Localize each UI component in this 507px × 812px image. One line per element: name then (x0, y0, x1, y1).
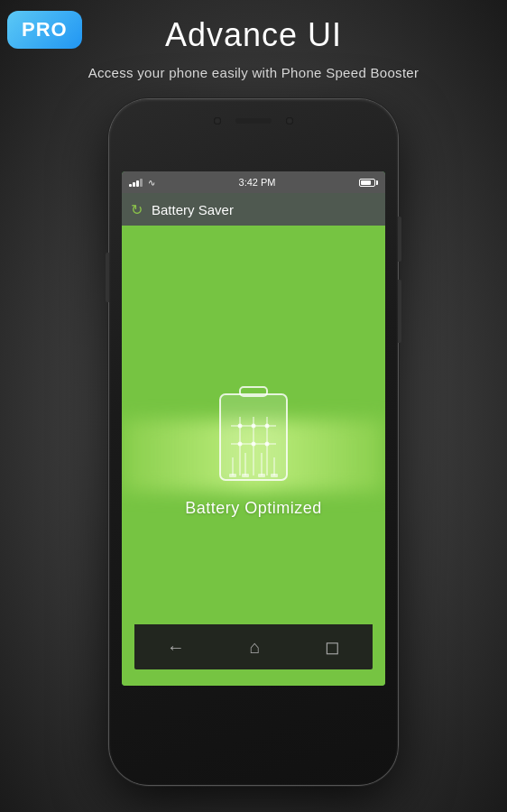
bottom-nav: ← ⌂ ◻ (134, 624, 373, 669)
pro-badge: PRO (7, 11, 82, 49)
back-icon[interactable]: ↻ (131, 201, 143, 218)
app-bar: ↻ Battery Saver (122, 193, 385, 226)
svg-point-10 (238, 441, 243, 446)
svg-rect-19 (258, 474, 265, 477)
nav-back-button[interactable]: ← (167, 637, 185, 658)
app-bar-title: Battery Saver (152, 202, 234, 217)
phone-top-bar (214, 117, 293, 125)
volume-button (398, 280, 401, 343)
battery-status-icon (359, 179, 378, 187)
battery-optimized-label: Battery Optimized (185, 499, 322, 518)
nav-home-button[interactable]: ⌂ (249, 637, 260, 658)
phone-device: ∿ 3:42 PM ↻ Battery Saver (109, 99, 398, 785)
wifi-icon: ∿ (148, 178, 155, 188)
svg-point-11 (252, 441, 256, 446)
phone-shell: ∿ 3:42 PM ↻ Battery Saver (109, 99, 398, 785)
status-bar: ∿ 3:42 PM (122, 171, 385, 193)
volume-left-button (106, 253, 109, 302)
status-left: ∿ (129, 178, 155, 188)
sensor-dot (286, 117, 293, 125)
svg-point-7 (238, 423, 243, 428)
header-subtitle: Access your phone easily with Phone Spee… (0, 65, 507, 80)
power-button (398, 217, 401, 262)
battery-graphic-container: Battery Optimized (185, 385, 322, 518)
battery-graphic (213, 385, 294, 484)
front-camera (214, 117, 221, 125)
phone-screen: ∿ 3:42 PM ↻ Battery Saver (122, 171, 385, 686)
svg-point-8 (252, 423, 256, 428)
main-content: Battery Optimized (122, 226, 385, 686)
svg-rect-20 (271, 474, 278, 477)
svg-rect-17 (229, 474, 236, 477)
earpiece (235, 118, 272, 124)
signal-icon (129, 178, 143, 187)
status-time: 3:42 PM (239, 177, 276, 188)
svg-point-9 (265, 423, 270, 428)
svg-point-12 (265, 441, 270, 446)
svg-rect-18 (242, 474, 249, 477)
nav-recents-button[interactable]: ◻ (325, 636, 340, 658)
